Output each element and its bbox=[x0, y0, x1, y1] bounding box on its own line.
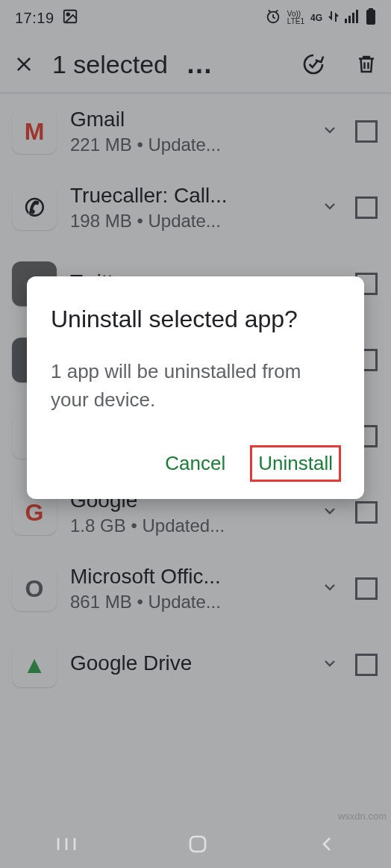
recents-button[interactable] bbox=[55, 835, 78, 856]
android-navbar bbox=[0, 823, 391, 868]
uninstall-button[interactable]: Uninstall bbox=[251, 446, 340, 481]
home-button[interactable] bbox=[187, 834, 208, 858]
dialog-message: 1 app will be uninstalled from your devi… bbox=[51, 358, 340, 414]
cancel-button[interactable]: Cancel bbox=[157, 446, 233, 481]
back-button[interactable] bbox=[318, 835, 336, 856]
dialog-actions: Cancel Uninstall bbox=[51, 446, 340, 481]
dialog-title: Uninstall selected app? bbox=[51, 303, 340, 335]
svg-rect-9 bbox=[190, 837, 205, 852]
watermark: wsxdn.com bbox=[338, 810, 387, 822]
modal-overlay: Uninstall selected app? 1 app will be un… bbox=[0, 0, 391, 868]
uninstall-dialog: Uninstall selected app? 1 app will be un… bbox=[27, 276, 364, 499]
